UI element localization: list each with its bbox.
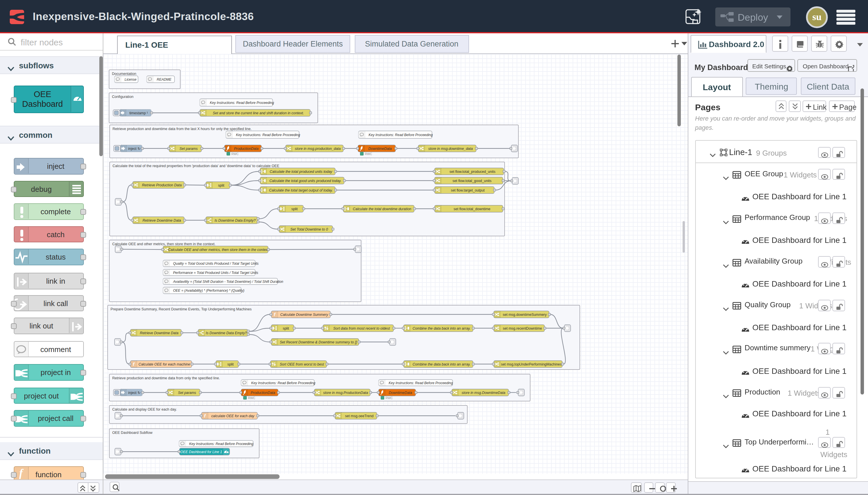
svg-text:Retrieve Production Data: Retrieve Production Data (142, 183, 182, 187)
svg-text:split: split (291, 207, 298, 211)
svg-text:store in msg.DowntimeData: store in msg.DowntimeData (462, 391, 505, 394)
svg-text:set msg.topUnderPerformingMach: set msg.topUnderPerformingMachines (501, 362, 561, 366)
svg-text:Calculate OEE and other metric: Calculate OEE and other metrics, then st… (168, 248, 270, 252)
svg-text:RWC: RWC (248, 396, 255, 399)
svg-text:README: README (157, 77, 172, 81)
svg-text:RWC: RWC (385, 396, 393, 399)
svg-text:Documentation: Documentation (112, 71, 136, 75)
svg-text:ProductionData: ProductionData (250, 391, 275, 394)
svg-text:Calculate the total produced u: Calculate the total produced units today (270, 169, 332, 173)
svg-text:set flow.total_downtime: set flow.total_downtime (453, 207, 490, 211)
svg-text:store in msg.ProductionData: store in msg.ProductionData (323, 391, 368, 394)
svg-text:store in msg.downtime_data: store in msg.downtime_data (428, 147, 473, 151)
svg-text:inject ↻: inject ↻ (128, 391, 141, 394)
svg-text:Performance = Total Produced U: Performance = Total Produced Units / Tot… (173, 271, 258, 274)
svg-text:split: split (283, 326, 289, 330)
svg-text:Retrieve Downtime Data: Retrieve Downtime Data (142, 218, 181, 222)
svg-text:set msg.downtimeSummery: set msg.downtimeSummery (503, 312, 547, 317)
svg-text:ProductionData: ProductionData (234, 147, 259, 151)
svg-text:Is Downtime Data Empty?: Is Downtime Data Empty? (214, 218, 256, 222)
svg-text:Calculate and display OEE for: Calculate and display OEE for each day. (112, 407, 177, 411)
svg-text:Set params: Set params (179, 147, 197, 151)
svg-text:Calculate the total target out: Calculate the total target output of tod… (269, 188, 333, 192)
svg-text:calculate OEE for each day: calculate OEE for each day (211, 414, 255, 418)
svg-text:Set Total Downtime to 0: Set Total Downtime to 0 (290, 227, 328, 231)
svg-text:Prepare Downtime Summary, Rece: Prepare Downtime Summary, Recent Downtim… (110, 307, 252, 311)
svg-text:Combine the data back into an: Combine the data back into an array. (413, 326, 470, 330)
svg-text:Set and store the current line: Set and store the current line and shift… (213, 111, 304, 115)
svg-text:Calculate the total of the req: Calculate the total of the required prop… (112, 164, 279, 168)
svg-text:store in msg.production_data: store in msg.production_data (295, 147, 341, 151)
svg-text:Availavility = (Total Shift Du: Availavility = (Total Shift Duration - T… (173, 279, 283, 284)
svg-text:Key Instructions: Read Before: Key Instructions: Read Before Proceeding (210, 101, 274, 104)
svg-text:Calculate OEE and other metric: Calculate OEE and other metrics, then st… (112, 242, 215, 246)
svg-text:Calculate Downtime Summery: Calculate Downtime Summery (280, 312, 328, 317)
svg-text:Sort OEE from worst to best: Sort OEE from worst to best (280, 362, 324, 366)
svg-text:set flow.total_produced_units: set flow.total_produced_units (450, 169, 496, 173)
svg-text:RWC: RWC (231, 152, 239, 155)
svg-text:OEE = (Availability) * (Perfor: OEE = (Availability) * (Performance) * (… (173, 288, 244, 292)
svg-text:Calculate the total downtime d: Calculate the total downtime duration (353, 207, 411, 211)
svg-text:DowntimeData: DowntimeData (389, 391, 412, 394)
svg-text:OEE Dashboard Subflow: OEE Dashboard Subflow (112, 430, 153, 434)
svg-text:split: split (227, 362, 234, 366)
svg-text:set flow.total_good_units: set flow.total_good_units (453, 178, 492, 183)
svg-text:set flow.target_output: set flow.target_output (451, 188, 485, 192)
svg-text:set msg.recentDowntime: set msg.recentDowntime (503, 326, 542, 330)
svg-text:Key Instructions: Read Before: Key Instructions: Read Before Proceeding (236, 133, 300, 137)
svg-text:Combine the data back into an: Combine the data back into an array. (413, 362, 470, 366)
svg-text:Calculate OEE for each machine: Calculate OEE for each machine (139, 362, 190, 366)
svg-text:Quality = Total Good Units Pro: Quality = Total Good Units Produced / To… (173, 261, 259, 265)
svg-text:DowntimeData: DowntimeData (368, 147, 392, 151)
svg-text:Calculate the total good units: Calculate the total good units produced … (269, 178, 341, 183)
svg-text:inject ↻: inject ↻ (128, 147, 141, 151)
svg-text:Set params: Set params (178, 391, 196, 394)
svg-text:Key Instructions: Read Before: Key Instructions: Read Before Proceeding (389, 381, 453, 385)
svg-text:split: split (218, 183, 224, 187)
svg-text:Key Instructions: Read Before: Key Instructions: Read Before Proceeding (368, 133, 433, 137)
svg-text:Sort data from most recent to: Sort data from most recent to oldest (333, 326, 390, 330)
svg-text:Retrieve production and downti: Retrieve production and downtime data fr… (112, 376, 220, 380)
svg-text:Is Downtime Data Empty?: Is Downtime Data Empty? (206, 331, 247, 335)
svg-text:Configuration: Configuration (112, 95, 134, 99)
svg-text:timestamp ¹: timestamp ¹ (129, 111, 148, 115)
svg-text:Key Instructions: Read Before: Key Instructions: Read Before Proceeding (189, 442, 254, 446)
svg-text:RWC: RWC (365, 152, 372, 155)
svg-text:Retrieve production and downti: Retrieve production and downtime data fr… (112, 126, 251, 131)
svg-text:License: License (125, 77, 137, 81)
svg-text:set msg.oeeTrend: set msg.oeeTrend (345, 414, 374, 418)
svg-text:Set Recent Downtime & Downtime: Set Recent Downtime & Downtime summery t… (280, 340, 357, 344)
svg-text:Retrieve Downtime Data: Retrieve Downtime Data (140, 331, 178, 335)
svg-text:Key Instructions: Read Before: Key Instructions: Read Before Proceeding (251, 381, 315, 385)
svg-text:OEE Dashboard for Line 1: OEE Dashboard for Line 1 (180, 450, 222, 454)
